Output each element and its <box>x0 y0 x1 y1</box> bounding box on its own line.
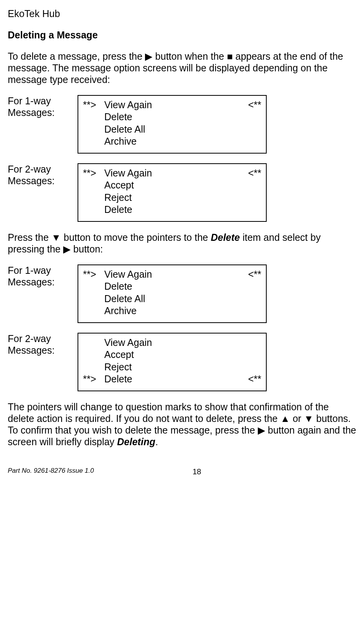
screen-line: **> View Again<** <box>83 268 261 280</box>
screen-line: View Again <box>83 337 261 349</box>
pointer-right <box>240 349 261 361</box>
pointer-left <box>83 123 104 135</box>
p1-a: To delete a message, press the <box>8 51 145 62</box>
screen-item-label: Delete <box>104 204 240 216</box>
pointer-left <box>83 337 104 349</box>
pointer-left <box>83 293 104 305</box>
screen-line: Delete All <box>83 293 261 305</box>
label-1way-2: For 1-way Messages: <box>8 264 78 288</box>
pointer-left <box>83 280 104 292</box>
p2-b: button to move the pointers to the <box>61 232 210 243</box>
screen-line: Accept <box>83 179 261 191</box>
pointer-right <box>240 179 261 191</box>
screen-line: **> View Again<** <box>83 167 261 179</box>
pointer-left <box>83 204 104 216</box>
screen-item-label: Delete All <box>104 293 240 305</box>
screen-item-label: Archive <box>104 305 240 317</box>
page-header: EkoTek Hub <box>8 8 356 19</box>
pointer-right <box>240 305 261 317</box>
pointer-left: **> <box>83 167 104 179</box>
label-2way-1: For 2-way Messages: <box>8 163 78 187</box>
screen-item-label: View Again <box>104 268 240 280</box>
screen-item-label: Delete <box>104 111 240 123</box>
right-triangle-icon: ▶ <box>145 50 152 62</box>
screen-item-label: Delete <box>104 280 240 292</box>
down-triangle-icon-2: ▼ <box>304 413 314 424</box>
pointer-right <box>240 293 261 305</box>
pointer-right <box>240 135 261 147</box>
pointer-left <box>83 305 104 317</box>
p3-b: or <box>290 413 304 424</box>
screen-item-label: View Again <box>104 99 240 111</box>
footer-partno: Part No. 9261-8276 Issue 1.0 <box>8 467 94 476</box>
screen-item-label: View Again <box>104 167 240 179</box>
pointer-right: <** <box>240 268 261 280</box>
pointer-left <box>83 349 104 361</box>
down-triangle-icon: ▼ <box>52 232 61 243</box>
screen-item-label: Archive <box>104 135 240 147</box>
p2-d: button: <box>71 244 103 254</box>
pointer-right: <** <box>240 99 261 111</box>
screen-line: Delete <box>83 280 261 292</box>
screen-line: Reject <box>83 192 261 204</box>
pointer-right: <** <box>240 167 261 179</box>
right-triangle-icon-2: ▶ <box>63 243 71 255</box>
screen-2way-selected: View AgainAcceptReject**> Delete<** <box>78 333 267 391</box>
screen-item-label: Reject <box>104 192 240 204</box>
pointer-right <box>240 204 261 216</box>
label-2way-2: For 2-way Messages: <box>8 333 78 356</box>
screen-line: Reject <box>83 361 261 373</box>
right-triangle-icon-3: ▶ <box>258 424 265 436</box>
screen-item-label: Accept <box>104 349 240 361</box>
pointer-left <box>83 135 104 147</box>
paragraph-2: Press the ▼ button to move the pointers … <box>8 232 356 255</box>
label-1way-1: For 1-way Messages: <box>8 95 78 118</box>
screen-1way-selected: **> View Again<**DeleteDelete AllArchive <box>78 264 267 323</box>
pointer-left: **> <box>83 99 104 111</box>
pointer-right <box>240 337 261 349</box>
screen-item-label: Accept <box>104 179 240 191</box>
pointer-right <box>240 361 261 373</box>
screen-item-label: Delete All <box>104 123 240 135</box>
screen-line: Archive <box>83 305 261 317</box>
p1-b: button when the <box>152 51 227 62</box>
pointer-left <box>83 179 104 191</box>
pointer-left: **> <box>83 373 104 385</box>
screen-item-label: Delete <box>104 373 240 385</box>
paragraph-3: The pointers will change to question mar… <box>8 401 356 448</box>
pointer-left <box>83 192 104 204</box>
screen-line: Archive <box>83 135 261 147</box>
pointer-left <box>83 111 104 123</box>
footer-pagenum: 18 <box>193 467 201 476</box>
pointer-right: <** <box>240 373 261 385</box>
screen-1way-initial: **> View Again<**DeleteDelete AllArchive <box>78 95 267 154</box>
screen-line: Delete All <box>83 123 261 135</box>
screen-2way-initial: **> View Again<**AcceptRejectDelete <box>78 163 267 222</box>
pointer-right <box>240 111 261 123</box>
screen-line: Delete <box>83 204 261 216</box>
p2-a: Press the <box>8 232 52 243</box>
screen-item-label: View Again <box>104 337 240 349</box>
paragraph-1: To delete a message, press the ▶ button … <box>8 50 356 85</box>
pointer-right <box>240 192 261 204</box>
screen-item-label: Reject <box>104 361 240 373</box>
section-heading: Deleting a Message <box>8 29 356 41</box>
screen-line: **> View Again<** <box>83 99 261 111</box>
p3-e: . <box>155 436 158 447</box>
up-triangle-icon: ▲ <box>280 413 290 424</box>
screen-line: **> Delete<** <box>83 373 261 385</box>
p3-deleting: Deleting <box>117 436 155 447</box>
screen-line: Accept <box>83 349 261 361</box>
pointer-right <box>240 123 261 135</box>
square-icon: ■ <box>227 50 233 62</box>
pointer-right <box>240 280 261 292</box>
screen-line: Delete <box>83 111 261 123</box>
pointer-left: **> <box>83 268 104 280</box>
page-footer: Part No. 9261-8276 Issue 1.0 18 <box>8 467 356 476</box>
p2-delete: Delete <box>211 232 240 243</box>
pointer-left <box>83 361 104 373</box>
